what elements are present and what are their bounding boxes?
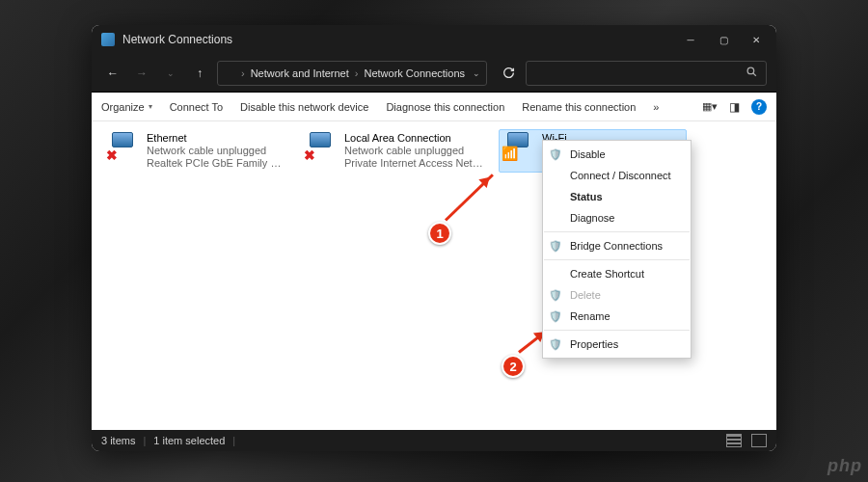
- breadcrumb-seg[interactable]: Network and Internet: [251, 67, 349, 79]
- preview-pane-button[interactable]: ◨: [729, 100, 740, 114]
- x-icon: ✖: [304, 147, 315, 163]
- menu-rename[interactable]: 🛡️Rename: [543, 306, 691, 327]
- recent-button[interactable]: ⌄: [159, 62, 182, 85]
- menu-separator: [544, 259, 690, 260]
- divider: |: [232, 435, 235, 446]
- context-menu: 🛡️Disable Connect / Disconnect Status Di…: [542, 140, 692, 359]
- adapter-status: Network cable unplugged: [344, 145, 486, 157]
- help-button[interactable]: ?: [751, 99, 767, 115]
- search-icon: [746, 66, 758, 81]
- svg-point-0: [747, 67, 754, 74]
- chevron-right-icon: ›: [355, 67, 359, 79]
- adapter-icon: ✖: [106, 132, 141, 161]
- app-icon: [101, 33, 115, 46]
- menu-disable[interactable]: 🛡️Disable: [543, 144, 691, 165]
- menu-status[interactable]: Status: [543, 186, 691, 207]
- menu-separator: [544, 330, 690, 331]
- connect-to-button[interactable]: Connect To: [170, 101, 223, 113]
- content-area: ✖ Ethernet Network cable unplugged Realt…: [92, 121, 776, 430]
- titlebar: Network Connections ─ ▢ ✕: [92, 25, 776, 54]
- annotation-badge-2: 2: [502, 355, 525, 378]
- large-icons-view-button[interactable]: [751, 434, 767, 447]
- diagnose-button[interactable]: Diagnose this connection: [386, 101, 504, 113]
- shield-icon: 🛡️: [549, 240, 562, 253]
- adapter-local-area[interactable]: ✖ Local Area Connection Network cable un…: [301, 129, 489, 173]
- status-bar: 3 items | 1 item selected |: [92, 430, 776, 451]
- menu-create-shortcut[interactable]: Create Shortcut: [543, 263, 691, 284]
- adapter-status: Network cable unplugged: [147, 145, 288, 157]
- adapter-icon: ✖: [304, 132, 339, 161]
- menu-separator: [544, 231, 690, 232]
- svg-line-1: [753, 72, 756, 75]
- menu-diagnose[interactable]: Diagnose: [543, 207, 691, 228]
- adapter-name: Ethernet: [147, 132, 288, 145]
- shield-icon: 🛡️: [549, 289, 562, 302]
- disable-device-button[interactable]: Disable this network device: [240, 101, 368, 113]
- organize-menu[interactable]: Organize▾: [101, 101, 152, 113]
- details-view-button[interactable]: [726, 434, 742, 447]
- item-count: 3 items: [101, 435, 135, 446]
- close-button[interactable]: ✕: [740, 25, 773, 54]
- maximize-button[interactable]: ▢: [707, 25, 740, 54]
- breadcrumb-icon: [224, 67, 235, 79]
- adapter-device: Realtek PCIe GbE Family Controller: [147, 157, 288, 170]
- minimize-button[interactable]: ─: [674, 25, 707, 54]
- command-bar: Organize▾ Connect To Disable this networ…: [92, 93, 776, 121]
- forward-button[interactable]: →: [130, 62, 153, 85]
- menu-connect-disconnect[interactable]: Connect / Disconnect: [543, 165, 691, 186]
- overflow-button[interactable]: »: [653, 101, 659, 113]
- adapter-device: Private Internet Access Network A...: [344, 157, 486, 170]
- wifi-signal-icon: 📶: [502, 146, 518, 161]
- up-button[interactable]: ↑: [188, 62, 211, 85]
- menu-bridge[interactable]: 🛡️Bridge Connections: [543, 235, 691, 256]
- breadcrumb[interactable]: › Network and Internet › Network Connect…: [217, 61, 487, 86]
- shield-icon: 🛡️: [549, 148, 562, 161]
- window-title: Network Connections: [122, 33, 232, 46]
- watermark: php: [827, 456, 862, 476]
- shield-icon: 🛡️: [549, 310, 562, 323]
- back-button[interactable]: ←: [101, 62, 124, 85]
- annotation-badge-1: 1: [428, 222, 451, 245]
- chevron-right-icon: ›: [241, 67, 245, 79]
- shield-icon: 🛡️: [549, 338, 562, 351]
- chevron-down-icon: ▾: [149, 102, 152, 111]
- breadcrumb-seg[interactable]: Network Connections: [364, 67, 465, 79]
- refresh-button[interactable]: [497, 62, 520, 85]
- adapter-icon: 📶: [502, 132, 536, 161]
- adapter-name: Local Area Connection: [344, 132, 486, 145]
- selection-count: 1 item selected: [153, 435, 225, 446]
- adapter-ethernet[interactable]: ✖ Ethernet Network cable unplugged Realt…: [103, 129, 291, 173]
- chevron-down-icon[interactable]: ⌄: [473, 68, 480, 78]
- view-options-button[interactable]: ▦▾: [702, 100, 718, 113]
- address-bar: ← → ⌄ ↑ › Network and Internet › Network…: [92, 54, 776, 93]
- menu-delete: 🛡️Delete: [543, 284, 691, 306]
- divider: |: [143, 435, 146, 446]
- menu-properties[interactable]: 🛡️Properties: [543, 334, 691, 355]
- x-icon: ✖: [106, 147, 118, 163]
- search-input[interactable]: [526, 61, 767, 86]
- rename-button[interactable]: Rename this connection: [522, 101, 636, 113]
